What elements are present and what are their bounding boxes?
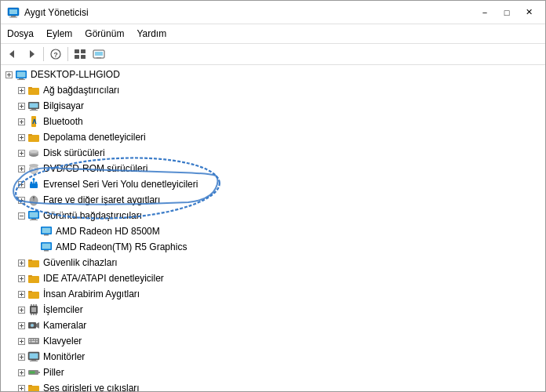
toggle-guvenlik[interactable] (15, 256, 27, 269)
root-toggle[interactable] (2, 68, 15, 81)
tree-item-islemciler[interactable]: İşlemciler (1, 302, 545, 318)
svg-rect-14 (96, 57, 101, 59)
scan-button[interactable] (71, 45, 89, 63)
title-bar-buttons: − □ ✕ (475, 5, 539, 20)
svg-rect-34 (30, 110, 38, 111)
toggle-depolama[interactable] (15, 131, 27, 143)
label-monitorler: Monitörler (43, 351, 85, 362)
svg-rect-119 (29, 339, 31, 341)
tree-item-fare[interactable]: Fare ve diğer işaret aygıtları (1, 192, 545, 208)
toolbar-separator-2 (67, 47, 68, 61)
tree-item-bilgisayar[interactable]: Bilgisayar (1, 98, 545, 114)
tree-item-depolama[interactable]: Depolama denetleyicileri (1, 129, 545, 145)
icon-bilgisayar (27, 100, 40, 112)
toggle-disk[interactable] (15, 147, 27, 159)
svg-rect-74 (30, 212, 38, 218)
label-amd1: AMD Radeon HD 8500M (56, 226, 160, 237)
svg-rect-121 (34, 339, 35, 341)
svg-rect-102 (31, 307, 36, 312)
tree-item-disk[interactable]: Disk sürücüleri (1, 145, 545, 161)
menu-eylem[interactable]: Eylem (40, 26, 78, 42)
label-evrensel: Evrensel Seri Veri Yolu denetleyicileri (43, 179, 198, 190)
svg-rect-13 (95, 52, 103, 56)
minimize-button[interactable]: − (475, 5, 495, 20)
svg-marker-5 (30, 50, 35, 58)
svg-rect-120 (31, 339, 33, 341)
tree-item-ide[interactable]: IDE ATA/ATAPI denetleyiciler (1, 270, 545, 286)
svg-rect-44 (28, 134, 32, 136)
label-islemciler: İşlemciler (43, 304, 83, 315)
title-bar-left: Aygıt Yöneticisi (7, 6, 89, 19)
tree-item-bluetooth[interactable]: ∧ Bluetooth (1, 114, 545, 129)
tree-item-ag[interactable]: Ağ bağdaştırıcıları (1, 82, 545, 98)
root-label: DESKTOP-LLHGIOD (31, 69, 120, 80)
toggle-islemciler[interactable] (15, 303, 27, 316)
svg-rect-78 (42, 228, 51, 234)
icon-ses (27, 382, 40, 391)
help-toolbar-button[interactable]: ? (47, 45, 64, 63)
tree-item-piller[interactable]: Piller (1, 365, 545, 380)
title-text: Aygıt Yöneticisi (24, 7, 89, 18)
forward-button[interactable] (23, 45, 40, 63)
label-klavyeler: Klavyeler (43, 336, 82, 347)
tree-view[interactable]: DESKTOP-LLHGIOD Ağ bağdaştırıcıları Bilg… (1, 65, 545, 391)
tree-root[interactable]: DESKTOP-LLHGIOD (1, 67, 545, 82)
label-goruntu: Görüntü bağdaştırıcıları (43, 210, 142, 221)
tree-item-goruntu[interactable]: Görüntü bağdaştırıcıları (1, 208, 545, 223)
svg-rect-138 (30, 372, 35, 374)
toggle-kameralar[interactable] (15, 319, 27, 332)
icon-bluetooth: ∧ (27, 115, 40, 128)
tree-item-monitorler[interactable]: Monitörler (1, 349, 545, 365)
svg-rect-130 (30, 354, 38, 359)
menu-dosya[interactable]: Dosya (1, 26, 40, 42)
toggle-fare[interactable] (15, 194, 27, 206)
label-bilgisayar: Bilgisayar (43, 100, 84, 111)
svg-text:∧: ∧ (31, 117, 37, 125)
tree-item-amd2[interactable]: AMD Radeon(TM) R5 Graphics (1, 239, 545, 255)
toggle-goruntu[interactable] (15, 209, 27, 222)
toggle-bilgisayar[interactable] (15, 100, 27, 112)
toggle-monitorler[interactable] (15, 350, 27, 363)
toggle-insan[interactable] (15, 288, 27, 300)
tree-items-container: Ağ bağdaştırıcıları Bilgisayar ∧ Bluetoo… (1, 82, 545, 391)
tree-item-dvdrom[interactable]: DVD/CD-ROM sürücüleri (1, 161, 545, 176)
tree-item-amd1[interactable]: AMD Radeon HD 8500M (1, 223, 545, 239)
toggle-evrensel[interactable] (15, 178, 27, 191)
icon-amd2 (40, 241, 53, 253)
icon-monitorler (27, 350, 40, 363)
toggle-ag[interactable] (15, 84, 27, 96)
svg-point-61 (31, 182, 33, 184)
label-disk: Disk sürücüleri (43, 147, 105, 158)
toggle-klavyeler[interactable] (15, 335, 27, 347)
svg-rect-122 (36, 339, 38, 341)
svg-rect-92 (28, 275, 32, 277)
device-list-button[interactable] (90, 45, 107, 63)
main-content: DESKTOP-LLHGIOD Ağ bağdaştırıcıları Bilg… (1, 65, 545, 391)
menu-gorunum[interactable]: Görünüm (78, 26, 130, 42)
icon-evrensel (27, 178, 40, 191)
svg-rect-96 (28, 292, 39, 299)
icon-dvdrom (27, 162, 40, 175)
toggle-ses[interactable] (15, 382, 27, 391)
toggle-piller[interactable] (15, 366, 27, 379)
toggle-ide[interactable] (15, 272, 27, 285)
close-button[interactable]: ✕ (519, 5, 539, 20)
maximize-button[interactable]: □ (497, 5, 517, 20)
toggle-bluetooth[interactable] (15, 115, 27, 128)
tree-item-guvenlik[interactable]: Güvenlik cihazları (1, 255, 545, 270)
tree-item-evrensel[interactable]: Evrensel Seri Veri Yolu denetleyicileri (1, 176, 545, 192)
label-kameralar: Kameralar (43, 320, 86, 331)
svg-marker-4 (9, 50, 14, 58)
tree-item-insan[interactable]: İnsan Arabirim Aygıtları (1, 286, 545, 302)
icon-disk (27, 147, 40, 159)
menu-yardim[interactable]: Yardım (130, 26, 173, 42)
tree-item-kameralar[interactable]: Kameralar (1, 318, 545, 333)
tree-item-klavyeler[interactable]: Klavyeler (1, 333, 545, 349)
tree-item-ses[interactable]: Ses girişleri ve çıkışları (1, 380, 545, 391)
back-button[interactable] (4, 45, 21, 63)
label-ide: IDE ATA/ATAPI denetleyiciler (43, 273, 164, 284)
svg-point-70 (33, 197, 35, 198)
icon-ide (27, 272, 40, 285)
label-fare: Fare ve diğer işaret aygıtları (43, 194, 160, 205)
toggle-dvdrom[interactable] (15, 162, 27, 175)
